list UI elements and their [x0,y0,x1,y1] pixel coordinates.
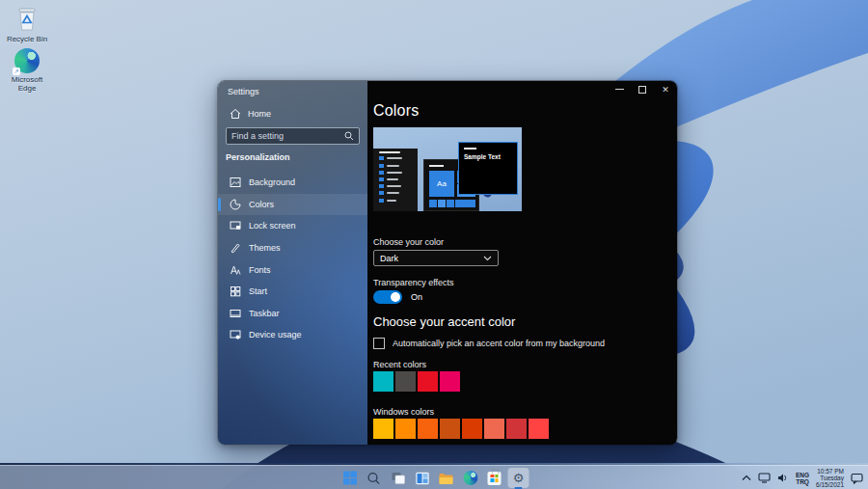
sidebar-item-label: Lock screen [249,221,296,231]
home-icon [230,108,241,120]
language-line1: ENG [796,472,809,478]
close-button[interactable]: ✕ [654,81,677,97]
start-button[interactable] [339,468,361,488]
color-swatch[interactable] [418,371,438,392]
color-swatch[interactable] [462,419,482,439]
sidebar-item-fonts[interactable]: Fonts [218,258,367,281]
task-view-button[interactable] [388,468,409,488]
color-swatch[interactable] [373,371,393,392]
chat-icon[interactable] [851,473,863,484]
selected-indicator [218,198,221,211]
maximize-icon [638,86,646,94]
preview-aa-tile: Aa [429,171,454,197]
color-swatch[interactable] [418,419,438,439]
desktop-icon-label: Microsoft Edge [2,75,52,93]
taskbar-icon [230,308,241,319]
sidebar-item-device-usage[interactable]: Device usage [218,324,367,346]
sidebar-item-label: Taskbar [249,309,280,318]
sidebar-item-background[interactable]: Background [218,172,367,194]
taskbar: ⚙ ENG TRQ 10:57 PM Tuesday 6/15/20 [0,465,868,489]
search-button[interactable] [364,468,385,488]
preview-settings-panel [373,149,418,211]
settings-button[interactable]: ⚙ [508,468,529,488]
start-icon [230,285,241,297]
sidebar-item-themes[interactable]: Themes [218,237,367,259]
system-tray: ENG TRQ 10:57 PM Tuesday 6/15/2021 [742,466,863,489]
auto-accent-checkbox[interactable] [373,338,385,349]
settings-content: ✕ Colors [367,81,677,445]
desktop-icon-label: Recycle Bin [2,35,52,43]
transparency-label: Transparency effects [373,278,454,287]
minimize-button[interactable] [608,81,631,97]
choose-color-label: Choose your color [373,237,444,247]
store-icon [488,472,502,485]
search-input[interactable] [231,131,344,141]
clock-time: 10:57 PM [816,468,844,475]
desktop: Recycle Bin ↗ Microsoft Edge Settings Ho… [0,0,868,489]
clock-day: Tuesday [816,475,844,481]
color-swatch[interactable] [440,419,460,439]
windows-colors-label: Windows colors [373,407,434,417]
fonts-icon [230,264,241,276]
sidebar-item-label: Start [249,286,267,296]
store-button[interactable] [484,468,505,488]
sidebar-item-label: Background [249,177,295,187]
sidebar-item-home[interactable]: Home [230,108,271,120]
task-view-icon [391,472,405,485]
shortcut-arrow-icon: ↗ [13,68,20,75]
settings-sidebar: Settings Home Personalization [218,81,367,445]
language-indicator[interactable]: ENG TRQ [796,472,809,485]
maximize-button[interactable] [631,81,654,97]
window-title: Settings [228,87,259,96]
clock[interactable]: 10:57 PM Tuesday 6/15/2021 [816,468,844,488]
color-swatch[interactable] [395,371,416,392]
taskbar-center-icons: ⚙ [339,466,529,489]
color-swatch[interactable] [506,419,527,439]
edge-icon [463,471,477,485]
recent-colors-label: Recent colors [373,360,426,369]
desktop-icon-recycle-bin[interactable]: Recycle Bin [2,6,52,43]
recent-colors-swatches [373,371,460,392]
clock-date: 6/15/2021 [816,481,844,488]
preview-sample-window: Sample Text [458,142,518,195]
preview-sample-text: Sample Text [464,153,501,160]
settings-gear-icon: ⚙ [513,472,525,484]
sidebar-item-label: Colors [249,200,274,209]
edge-button[interactable] [460,468,481,488]
chevron-up-icon[interactable] [742,475,751,481]
sidebar-section-label: Personalization [226,152,290,162]
auto-accent-label: Automatically pick an accent color from … [393,339,605,348]
sidebar-item-label: Device usage [249,330,302,340]
sidebar-item-colors[interactable]: Colors [218,194,367,216]
sidebar-item-lock-screen[interactable]: Lock screen [218,215,367,237]
start-icon [342,471,357,485]
settings-search-box[interactable] [226,127,360,145]
sidebar-home-label: Home [248,109,271,119]
close-icon: ✕ [662,85,669,95]
color-mode-dropdown[interactable]: Dark [373,250,499,266]
widgets-icon [415,472,429,485]
file-explorer-icon [439,472,454,485]
search-icon [344,131,354,141]
network-icon[interactable] [758,473,771,483]
window-titlebar[interactable]: ✕ [608,81,677,97]
color-swatch[interactable] [529,419,549,439]
sidebar-item-start[interactable]: Start [218,281,367,303]
sidebar-item-label: Themes [249,243,281,253]
colors-icon [230,199,241,210]
color-swatch[interactable] [484,419,504,439]
volume-icon[interactable] [777,473,789,483]
windows-colors-swatches [373,419,549,439]
sidebar-item-label: Fonts [249,265,271,275]
color-swatch[interactable] [395,419,416,439]
minimize-icon [615,89,624,90]
file-explorer-button[interactable] [436,468,457,488]
color-swatch[interactable] [440,371,460,392]
device-usage-icon [230,329,241,340]
desktop-icon-edge[interactable]: ↗ Microsoft Edge [2,48,52,93]
sidebar-item-taskbar[interactable]: Taskbar [218,303,367,325]
color-swatch[interactable] [373,419,393,439]
transparency-toggle[interactable] [373,290,402,304]
widgets-button[interactable] [412,468,433,488]
page-title: Colors [373,102,419,120]
